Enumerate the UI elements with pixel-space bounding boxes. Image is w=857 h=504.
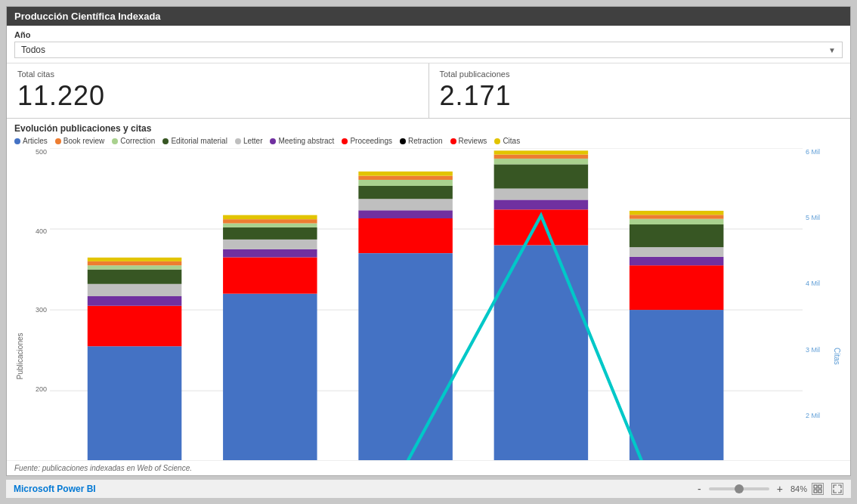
kpi-row: Total citas 11.220 Total publicaciones 2… bbox=[7, 63, 850, 119]
bar-2021-correction bbox=[494, 159, 589, 165]
bar-2020-correction bbox=[358, 180, 453, 186]
year-filter-select[interactable]: Todos ▼ bbox=[14, 42, 843, 58]
legend-dot bbox=[450, 138, 456, 144]
legend-dot bbox=[112, 138, 118, 144]
legend-dot bbox=[270, 138, 276, 144]
zoom-controls: - + 84% bbox=[695, 483, 843, 495]
bar-2018-reviews bbox=[88, 306, 182, 347]
chart-container: Publicaciones 0100200300400500 bbox=[14, 148, 843, 460]
total-citas-label: Total citas bbox=[17, 70, 418, 79]
chart-svg: 2018 2019 2020 2021 2022 bbox=[50, 148, 803, 460]
legend-item-letter: Letter bbox=[235, 137, 263, 145]
y-tick-right: 6 Mil bbox=[803, 148, 831, 156]
total-pubs-label: Total publicaciones bbox=[440, 70, 840, 79]
zoom-percent: 84% bbox=[790, 484, 807, 493]
bar-2019-proceedings bbox=[223, 215, 317, 220]
bottom-bar: Microsoft Power BI - + 84% bbox=[6, 479, 851, 498]
bar-2020-articles bbox=[358, 253, 453, 460]
y-tick-left: 200 bbox=[26, 385, 50, 393]
bar-2018-articles bbox=[88, 346, 182, 460]
y-ticks-right: 0 Mil1 Mil2 Mil3 Mil4 Mil5 Mil6 Mil bbox=[803, 148, 831, 460]
fit-page-icon[interactable] bbox=[812, 483, 824, 495]
svg-rect-9 bbox=[814, 490, 817, 493]
bar-2022-articles bbox=[630, 310, 724, 460]
zoom-slider-thumb bbox=[735, 484, 744, 493]
legend-item-retraction: Retraction bbox=[400, 137, 443, 145]
bar-2021-meeting bbox=[494, 199, 589, 209]
chart-title: Evolución publicaciones y citas bbox=[14, 123, 843, 134]
bar-2019-letter bbox=[223, 240, 317, 249]
filter-row: Año Todos ▼ bbox=[7, 26, 850, 63]
bar-2018-proceedings bbox=[88, 258, 182, 261]
bar-2020-letter bbox=[358, 199, 453, 210]
powerbi-link[interactable]: Microsoft Power BI bbox=[14, 484, 96, 494]
bar-2022-reviews bbox=[630, 265, 724, 310]
y-axis-left-label: Publicaciones bbox=[14, 148, 26, 460]
bar-2019-reviews bbox=[223, 258, 317, 294]
bar-2022-editorial bbox=[630, 224, 724, 247]
total-pubs-value: 2.171 bbox=[440, 80, 840, 112]
bar-2020-meeting bbox=[358, 210, 453, 218]
legend-dot bbox=[162, 138, 169, 144]
expand-icon[interactable] bbox=[831, 483, 843, 495]
svg-rect-8 bbox=[818, 485, 821, 488]
bar-2019-correction bbox=[223, 224, 317, 227]
y-tick-right: 2 Mil bbox=[803, 412, 831, 419]
bar-2020-editorial bbox=[358, 186, 453, 199]
zoom-slider[interactable] bbox=[709, 487, 769, 490]
bar-2019-editorial bbox=[223, 227, 317, 240]
legend-item-articles: Articles bbox=[14, 137, 48, 145]
bar-2022-proceedings bbox=[630, 211, 724, 215]
chart-legend: ArticlesBook reviewCorrectionEditorial m… bbox=[14, 137, 843, 145]
y-axis-right-label: Citas bbox=[831, 148, 843, 460]
bar-2021-bookreview bbox=[494, 155, 589, 159]
legend-item-meeting-abstract: Meeting abstract bbox=[270, 137, 334, 145]
y-tick-left: 500 bbox=[26, 148, 50, 156]
bar-2021-proceedings bbox=[494, 150, 589, 154]
bar-2022-letter bbox=[630, 247, 724, 257]
bar-2018-correction bbox=[88, 265, 182, 269]
bar-2018-letter bbox=[88, 284, 182, 296]
y-tick-left: 400 bbox=[26, 227, 50, 235]
legend-item-proceedings: Proceedings bbox=[342, 137, 392, 145]
total-citas-value: 11.220 bbox=[17, 80, 418, 112]
legend-dot bbox=[14, 138, 20, 144]
svg-rect-7 bbox=[814, 485, 817, 488]
bar-2018-bookreview bbox=[88, 261, 182, 265]
legend-item-book-review: Book review bbox=[55, 137, 104, 145]
bar-2022-bookreview bbox=[630, 215, 724, 218]
bar-2019-articles bbox=[223, 294, 317, 460]
panel-title: Producción Científica Indexada bbox=[7, 7, 850, 26]
bar-2020-proceedings bbox=[358, 172, 453, 176]
y-ticks-left: 0100200300400500 bbox=[26, 148, 50, 460]
y-tick-right: 4 Mil bbox=[803, 280, 831, 287]
legend-dot bbox=[55, 138, 61, 144]
bar-2021-editorial bbox=[494, 164, 589, 188]
bar-2021-letter bbox=[494, 189, 589, 200]
chart-section: Evolución publicaciones y citas Articles… bbox=[7, 119, 850, 460]
legend-dot bbox=[235, 138, 241, 144]
filter-label: Año bbox=[14, 30, 843, 39]
svg-rect-10 bbox=[818, 490, 821, 493]
legend-item-citas: Citas bbox=[494, 137, 520, 145]
bar-2020-bookreview bbox=[358, 176, 453, 180]
zoom-minus-button[interactable]: - bbox=[695, 483, 704, 495]
zoom-plus-button[interactable]: + bbox=[774, 483, 786, 495]
bar-2020-reviews bbox=[358, 218, 453, 253]
chart-footer: Fuente: publicaciones indexadas en Web o… bbox=[7, 460, 850, 475]
total-citas-box: Total citas 11.220 bbox=[7, 63, 429, 118]
bar-2022-meeting bbox=[630, 257, 724, 265]
legend-item-reviews: Reviews bbox=[450, 137, 487, 145]
legend-item-correction: Correction bbox=[112, 137, 155, 145]
bar-2018-meeting bbox=[88, 296, 182, 306]
total-pubs-box: Total publicaciones 2.171 bbox=[429, 63, 851, 118]
y-tick-left: 300 bbox=[26, 306, 50, 314]
legend-dot bbox=[342, 138, 348, 144]
y-tick-right: 3 Mil bbox=[803, 346, 831, 354]
legend-item-editorial-material: Editorial material bbox=[162, 137, 227, 145]
bar-2022-correction bbox=[630, 219, 724, 224]
legend-dot bbox=[400, 138, 406, 144]
year-filter-value: Todos bbox=[21, 45, 45, 55]
chevron-down-icon: ▼ bbox=[828, 46, 836, 54]
bar-2018-editorial bbox=[88, 270, 182, 284]
